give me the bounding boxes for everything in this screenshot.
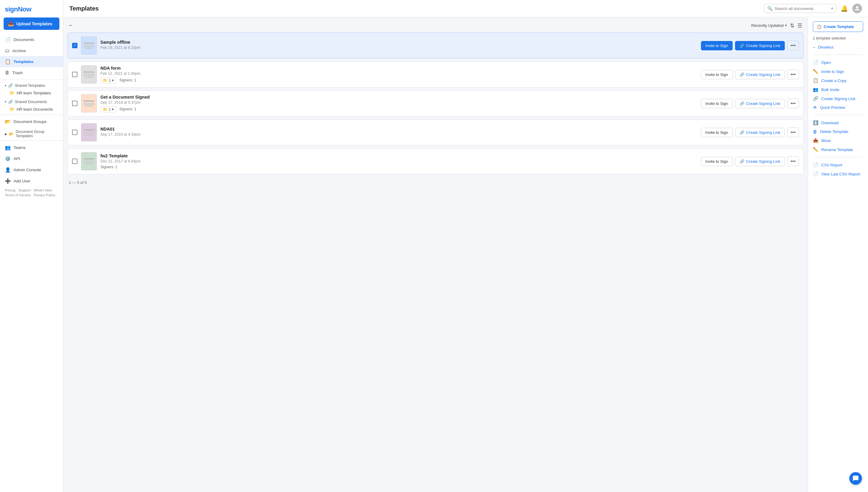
create-template-icon: 📋 [817, 24, 822, 29]
upload-templates-button[interactable]: 📤 Upload Templates [4, 18, 59, 30]
pricing-link[interactable]: Pricing [5, 189, 16, 192]
search-box[interactable]: 🔍 ▾ [764, 4, 836, 13]
support-link[interactable]: Support [18, 189, 30, 192]
create-signing-link-button-5[interactable]: 🔗 Create Signing Link [735, 157, 785, 166]
document-groups-icon: 📂 [5, 119, 11, 124]
panel-action-preview[interactable]: 👁 Quick Preview [813, 103, 863, 112]
doc-checkbox-3[interactable] [72, 101, 77, 106]
sidebar-item-hr-documents[interactable]: 📁 HR team Documents [0, 105, 63, 113]
doc-checkbox-5[interactable] [72, 158, 77, 164]
search-dropdown-arrow[interactable]: ▾ [831, 6, 833, 10]
panel-action-bulk[interactable]: 👥 Bulk Invite [813, 85, 863, 94]
search-input[interactable] [774, 6, 828, 11]
shared-documents-section[interactable]: ▾ 🔗 Shared Documents [0, 97, 63, 105]
folder-icon: 📁 [10, 91, 15, 95]
right-panel: 📋 Create Template 1 template selected − … [808, 17, 868, 492]
invite-icon: ✏️ [813, 69, 819, 74]
sidebar-item-add-user[interactable]: ➕ Add User [0, 175, 63, 187]
deselect-action[interactable]: − Deselect [813, 43, 863, 52]
panel-action-open[interactable]: 📄 Open [813, 58, 863, 67]
panel-action-signing-link[interactable]: 🔗 Create Signing Link [813, 94, 863, 103]
sort-label-text: Recently Updated [751, 23, 784, 28]
more-options-button-3[interactable]: ••• [787, 99, 799, 108]
rename-label: Rename Template [821, 147, 853, 152]
folder-icon-2: 📁 [10, 107, 15, 112]
shared-templates-section[interactable]: ▾ 🔗 Shared Templates [0, 81, 63, 89]
more-options-button-5[interactable]: ••• [787, 156, 799, 166]
privacy-link[interactable]: Privacy Policy [34, 193, 55, 197]
header: Templates 🔍 ▾ 🔔 [63, 0, 868, 17]
create-signing-link-button-4[interactable]: 🔗 Create Signing Link [735, 128, 785, 137]
header-right: 🔍 ▾ 🔔 [764, 4, 862, 13]
doc-group-templates-label: Document Group Templates [16, 130, 58, 138]
filter-icon-button[interactable]: ⇅ [790, 22, 794, 29]
list-toolbar: − Recently Updated ▾ ⇅ ☰ [68, 22, 803, 29]
panel-action-csv-last[interactable]: 📄 View Last CSV Report [813, 169, 863, 178]
doc-name-5: fw2 Template [100, 153, 697, 158]
delete-icon: 🗑 [813, 129, 817, 134]
create-signing-link-button-1[interactable]: 🔗 Create Signing Link [735, 41, 785, 50]
panel-action-rename[interactable]: ✏️ Rename Template [813, 145, 863, 154]
panel-action-csv[interactable]: 📄 CSV Report [813, 161, 863, 169]
selected-label: 1 template selected [813, 36, 863, 41]
deselect-all-button[interactable]: − [69, 22, 72, 29]
invite-to-sign-button-1[interactable]: Invite to Sign [701, 41, 733, 50]
notification-icon[interactable]: 🔔 [841, 5, 848, 12]
invite-to-sign-button-2[interactable]: Invite to Sign [701, 70, 733, 79]
sidebar-item-document-groups[interactable]: 📂 Document Groups [0, 116, 63, 127]
sidebar-item-admin[interactable]: 👤 Admin Console [0, 164, 63, 175]
sidebar-item-templates[interactable]: 📋 Templates [0, 56, 63, 67]
more-options-button-1[interactable]: ••• [787, 41, 799, 50]
sort-selector[interactable]: Recently Updated ▾ [751, 23, 787, 28]
doc-signers-2: Signers: 1 [119, 78, 136, 82]
more-options-button-4[interactable]: ••• [787, 127, 799, 137]
invite-to-sign-button-5[interactable]: Invite to Sign [701, 157, 733, 166]
sidebar-item-teams[interactable]: 👥 Teams [0, 142, 63, 153]
sort-arrow-icon: ▾ [785, 24, 787, 27]
shared-documents-label: Shared Documents [15, 100, 47, 104]
doc-actions-3: Invite to Sign 🔗 Create Signing Link ••• [701, 99, 799, 108]
sidebar-item-documents[interactable]: 📄 Documents [0, 34, 63, 45]
terms-link[interactable]: Terms of Service [5, 193, 31, 197]
doc-thumbnail-3 [81, 94, 97, 113]
sidebar-item-archive[interactable]: 🗂 Archive [0, 45, 63, 56]
rename-icon: ✏️ [813, 147, 819, 152]
more-options-button-2[interactable]: ••• [787, 70, 799, 79]
folder-badge-2[interactable]: 📁 1 ▾ [100, 77, 116, 83]
add-user-icon: ➕ [5, 178, 11, 184]
documents-icon: 📄 [5, 37, 11, 43]
delete-label: Delete Template [820, 129, 848, 134]
page-title: Templates [69, 5, 99, 12]
view-toggle-button[interactable]: ☰ [797, 22, 802, 29]
panel-action-download[interactable]: ⬇️ Download [813, 118, 863, 127]
avatar[interactable] [852, 4, 862, 13]
create-signing-link-button-2[interactable]: 🔗 Create Signing Link [735, 70, 785, 79]
panel-action-invite[interactable]: ✏️ Invite to Sign [813, 67, 863, 76]
open-icon: 📄 [813, 60, 819, 65]
panel-actions-group3: 📄 CSV Report 📄 View Last CSV Report [813, 161, 863, 178]
folder-badge-3[interactable]: 📁 1 ▾ [100, 106, 116, 113]
panel-action-move[interactable]: 📤 Move [813, 136, 863, 145]
table-row: NDA01 Sep 17, 2019 at 4:33pm Invite to S… [68, 119, 803, 145]
doc-checkbox-2[interactable] [72, 72, 77, 77]
panel-actions-group2: ⬇️ Download 🗑 Delete Template 📤 Move ✏️ … [813, 118, 863, 154]
panel-action-copy[interactable]: 📋 Create a Copy [813, 76, 863, 85]
sidebar-item-doc-group-templates[interactable]: ▶ 📂 Document Group Templates [0, 127, 63, 139]
doc-date-2: Feb 12, 2021 at 1:46pm [100, 71, 697, 76]
create-signing-link-button-3[interactable]: 🔗 Create Signing Link [735, 99, 785, 108]
link-icon-5: 🔗 [740, 159, 744, 164]
create-template-button[interactable]: 📋 Create Template [813, 21, 863, 32]
sidebar-item-api[interactable]: ⚙️ API [0, 153, 63, 164]
whats-new-link[interactable]: What's New [33, 189, 52, 192]
sidebar-item-hr-templates[interactable]: 📁 HR team Templates [0, 89, 63, 97]
chat-bubble-button[interactable] [849, 472, 862, 485]
invite-to-sign-button-3[interactable]: Invite to Sign [701, 99, 733, 108]
panel-action-delete[interactable]: 🗑 Delete Template [813, 127, 863, 136]
logo-area: signNow [0, 0, 63, 18]
invite-to-sign-button-4[interactable]: Invite to Sign [701, 128, 733, 137]
move-icon: 📤 [813, 138, 819, 143]
doc-checkbox-1[interactable]: ✓ [72, 43, 77, 48]
doc-thumbnail-5 [81, 152, 97, 170]
doc-checkbox-4[interactable] [72, 130, 77, 135]
sidebar-item-trash[interactable]: 🗑 Trash [0, 67, 63, 78]
